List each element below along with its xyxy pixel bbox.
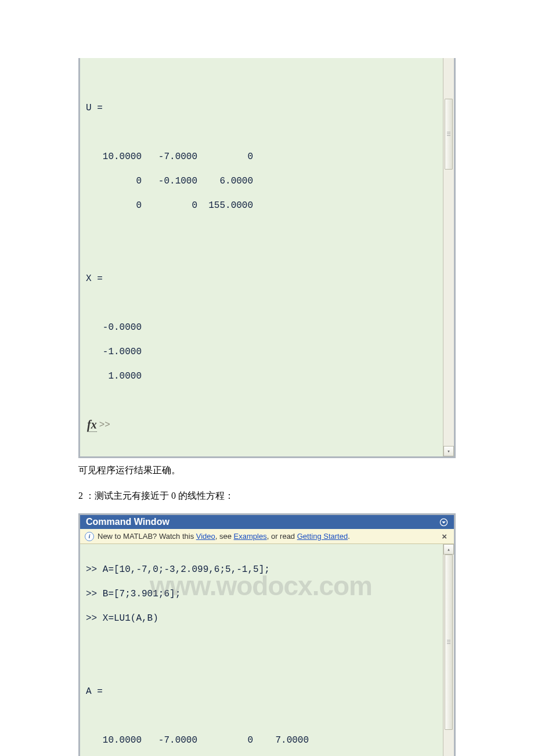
- caption-1: 可见程序运行结果正确。: [78, 463, 456, 478]
- scrollbar-thumb-2[interactable]: [445, 555, 453, 730]
- fx-icon: fx: [87, 418, 97, 432]
- input-line[interactable]: >> B=[7;3.901;6];: [86, 587, 443, 601]
- help-text: New to MATLAB? Watch this: [98, 532, 196, 541]
- panel-menu-icon[interactable]: [439, 518, 448, 527]
- command-output-2: >> A=[10,-7,0;-3,2.099,6;5,-1,5]; >> B=[…: [80, 544, 443, 756]
- scrollbar-track-2[interactable]: [443, 555, 454, 756]
- video-link[interactable]: Video: [196, 532, 215, 541]
- heading-2: 2 ：测试主元有接近于 0 的线性方程：: [78, 488, 456, 503]
- examples-link[interactable]: Examples: [234, 532, 267, 541]
- help-close-button[interactable]: ×: [439, 531, 449, 541]
- scrollbar-thumb[interactable]: [445, 99, 453, 170]
- command-output-1: U = 10.0000 -7.0000 0 0 -0.1000 6.0000 0…: [80, 58, 443, 456]
- scroll-up-button[interactable]: ▴: [443, 544, 454, 555]
- getting-started-link[interactable]: Getting Started: [297, 532, 348, 541]
- info-icon: i: [85, 532, 94, 541]
- command-window-title-bar: Command Window: [80, 515, 454, 529]
- svg-marker-1: [442, 521, 446, 524]
- scrollbar-track[interactable]: [443, 58, 454, 446]
- input-line[interactable]: >> A=[10,-7,0;-3,2.099,6;5,-1,5];: [86, 563, 443, 577]
- input-line[interactable]: >> X=LU1(A,B): [86, 611, 443, 625]
- help-bar: i New to MATLAB? Watch this Video, see E…: [80, 529, 454, 544]
- fx-prompt[interactable]: fx >>: [86, 418, 443, 433]
- prompt: >>: [99, 420, 110, 430]
- vertical-scrollbar-2[interactable]: ▴ ▾: [443, 544, 454, 756]
- scroll-down-button[interactable]: ▾: [443, 446, 454, 456]
- panel-title: Command Window: [86, 517, 169, 527]
- vertical-scrollbar[interactable]: ▾: [443, 58, 454, 456]
